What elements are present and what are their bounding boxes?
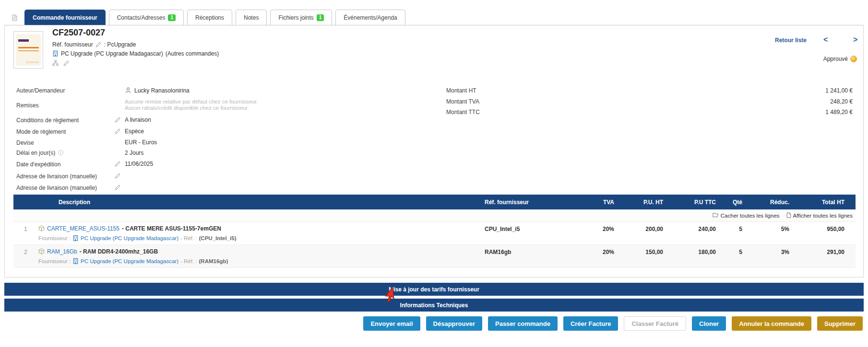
status-label: Approuvé [823, 56, 848, 62]
order-reference-title: CF2507-0027 [52, 28, 105, 38]
product-cube-icon [38, 248, 45, 255]
payment-mode-value: Espèce [125, 128, 144, 135]
company-link[interactable]: PC Upgrade (PC Upgrade Madagascar) [61, 50, 163, 57]
info-icon [58, 150, 64, 156]
clone-button[interactable]: Cloner [692, 316, 726, 331]
delete-button[interactable]: Supprimer [817, 316, 863, 331]
ship-date-label: Date d'expédition [16, 161, 60, 168]
disapprove-button[interactable]: Désapprouver [426, 316, 482, 331]
payment-terms-label: Conditions de règlement [16, 117, 79, 124]
cancel-order-button[interactable]: Annuler la commande [732, 316, 811, 331]
company-icon [72, 235, 79, 241]
hide-all-label: Cacher toutes les lignes [721, 213, 780, 219]
table-row[interactable]: 2 RAM_16Gb - RAM DDR4-2400mhz_16GB Fourn… [13, 245, 856, 268]
product-ref-link[interactable]: RAM_16Gb [47, 248, 77, 255]
cell-vat: 20% [576, 226, 614, 232]
show-all-label: Afficher toutes les lignes [793, 213, 853, 219]
supplier-ref-value: : PcUpgrade [104, 41, 136, 48]
thumbnail-page [16, 35, 40, 65]
lines-toggle-row: Cacher toutes les lignes Afficher toutes… [13, 209, 856, 222]
amount-ht-label: Montant HT [446, 87, 476, 94]
previous-record-chevron[interactable]: < [823, 35, 828, 44]
order-card-panel: CF2507-0027 Réf. fournisseur : PcUpgrade… [4, 25, 864, 278]
line-supplier-link[interactable]: PC Upgrade (PC Upgrade Madagascar) [81, 258, 178, 264]
col-description: Description [13, 199, 90, 206]
cell-total-ht: 291,00 [797, 249, 844, 255]
edit-pencil-icon[interactable] [115, 184, 121, 191]
next-record-chevron[interactable]: > [853, 35, 857, 44]
cell-vat: 20% [576, 249, 614, 255]
tab-receptions[interactable]: Réceptions [187, 10, 232, 25]
status-approved-dot-icon [850, 56, 857, 62]
ship-date-value: 11/06/2025 [125, 161, 153, 167]
mouse-cursor-icon [383, 286, 398, 308]
send-email-button[interactable]: Envoyer email [363, 316, 420, 331]
update-supplier-prices-label: Mise à jour des tarifs fournisseur [389, 286, 479, 293]
order-lines-table: Description Réf. fournisseur TVA P.U. HT… [13, 195, 856, 268]
line-supplier-ref-detail: (RAM16gb) [199, 258, 228, 264]
amount-ttc-value: 1 489,20 € [825, 109, 853, 116]
cell-pu-ttc: 240,00 [670, 226, 716, 232]
tab-notes[interactable]: Notes [236, 10, 267, 25]
delay-value: 2 Jours [125, 150, 143, 156]
cell-qty: 5 [718, 249, 742, 255]
tab-label: Contacts/Adresses [117, 14, 166, 21]
cell-discount: 3% [751, 249, 789, 255]
order-button[interactable]: Passer commande [488, 316, 558, 331]
tab-fichiers-joints[interactable]: Fichiers joints1 [270, 10, 332, 25]
discounts-value: Aucune remise relative par défaut chez c… [125, 99, 258, 111]
col-discount: Réduc. [751, 199, 789, 206]
create-invoice-button[interactable]: Créer Facture [563, 316, 618, 331]
tab-label: Réceptions [195, 14, 224, 21]
product-cube-icon [38, 225, 45, 232]
author-value: Lucky Ranasolonirina [125, 87, 190, 94]
supplier-ref-label: Réf. fournisseur [52, 41, 93, 48]
line-supplier-link[interactable]: PC Upgrade (PC Upgrade Madagascar) [81, 235, 178, 241]
technical-information-bar[interactable]: Informations Techniques [4, 299, 864, 312]
tab-bar: Commande fournisseur Contacts/Adresses1 … [4, 10, 409, 25]
author-name[interactable]: Lucky Ranasolonirina [134, 87, 190, 94]
ref-prefix: - Réf. : [180, 235, 197, 241]
document-thumbnail[interactable] [13, 31, 43, 69]
line-supplier-ref-detail: (CPU_Intel_i5) [199, 235, 237, 241]
discounts-label: Remises [16, 102, 39, 109]
show-all-lines-link[interactable]: Afficher toutes les lignes [786, 212, 853, 219]
file-outline-icon [786, 212, 791, 219]
col-vat: TVA [576, 199, 614, 206]
edit-pencil-icon[interactable] [115, 173, 121, 179]
edit-pencil-icon[interactable] [95, 41, 102, 48]
product-label: - RAM DDR4-2400mhz_16GB [80, 248, 158, 255]
product-ref-link[interactable]: CARTE_MERE_ASUS-1155 [47, 225, 119, 232]
tab-evenements-agenda[interactable]: Événements/Agenda [335, 10, 405, 25]
tab-commande-fournisseur[interactable]: Commande fournisseur [24, 10, 106, 25]
edit-pencil-icon[interactable] [115, 116, 121, 123]
contacts-count-badge: 1 [168, 14, 176, 21]
delivery-address-2-label: Adresse de livraison (manuelle) [16, 185, 97, 191]
table-row[interactable]: 1 CARTE_MERE_ASUS-1155 - CARTE MERE ASUS… [13, 222, 856, 245]
cell-supplier-ref: CPU_Intel_i5 [485, 226, 571, 232]
tab-contacts-adresses[interactable]: Contacts/Adresses1 [109, 10, 184, 25]
col-supplier-ref: Réf. fournisseur [485, 199, 571, 206]
delay-label: Délai en jour(s) [16, 150, 55, 156]
tab-label: Événements/Agenda [344, 14, 397, 21]
tab-label: Fichiers joints [278, 14, 313, 21]
cell-discount: 5% [751, 226, 789, 232]
edit-pencil-icon[interactable] [115, 128, 121, 135]
hide-all-lines-link[interactable]: Cacher toutes les lignes [713, 212, 780, 219]
edit-pencil-icon[interactable] [115, 161, 121, 167]
edit-pencil-icon[interactable] [63, 60, 70, 67]
project-icon[interactable] [52, 60, 59, 67]
tab-label: Notes [244, 14, 259, 21]
amount-tva-value: 248,20 € [830, 98, 853, 105]
payment-terms-value: A livraison [125, 116, 151, 123]
delay-label-row: Délai en jour(s) [16, 150, 64, 156]
col-total-ht: Total HT [797, 199, 844, 206]
cell-pu-ht: 150,00 [620, 249, 663, 255]
back-to-list-link[interactable]: Retour liste [775, 37, 807, 44]
other-orders-link[interactable]: (Autres commandes) [166, 50, 219, 57]
tab-label: Commande fournisseur [33, 14, 97, 21]
supplier-prefix: Fournisseur : [38, 258, 71, 264]
cell-pu-ttc: 180,00 [670, 249, 716, 255]
discount-line-2: Aucun rabais/crédit disponible chez ce f… [125, 105, 258, 111]
update-supplier-prices-bar[interactable]: Mise à jour des tarifs fournisseur [4, 283, 864, 296]
